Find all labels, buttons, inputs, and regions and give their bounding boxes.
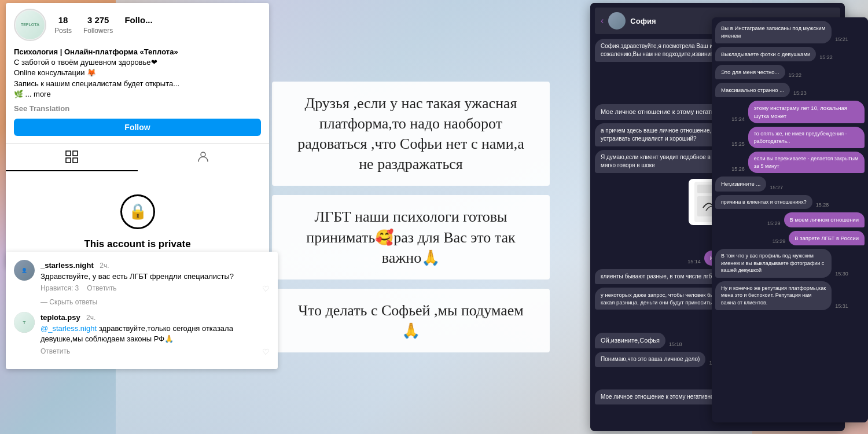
svg-rect-1: [73, 151, 78, 156]
chat-msg-r: 15:29 В запрете ЛГБТ в России: [715, 231, 865, 245]
ig-stat-posts: 18 Posts: [54, 15, 72, 35]
chat-msg-r: 15:25 то опять же, не имея предубеждения…: [715, 127, 865, 148]
chat-msg-r: Выкладываете фотки с девушками 15:22: [715, 47, 865, 61]
chat-msg-r: Максимально странно ... 15:23: [715, 83, 865, 97]
ig-bio: Психология | Онлайн-платформа «Теплота» …: [6, 47, 269, 104]
chat-msg-r: Вы в Инстаграме записаны под мужским име…: [715, 21, 865, 43]
instagram-card: TEPLOTA 18 Posts 3 275 Followers Follo..…: [6, 3, 269, 267]
comment-body-1: _starless.night 2ч. Здравствуйте, у вас …: [41, 260, 270, 293]
comment-actions-2: Ответить ♡: [41, 347, 270, 356]
commenter-avatar-2: T: [14, 312, 35, 333]
comment-card: 👤 _starless.night 2ч. Здравствуйте, у ва…: [6, 252, 278, 369]
grid-icon: [65, 150, 78, 163]
heart-icon[interactable]: ♡: [262, 284, 270, 293]
chat-msg-r: 15:29 В моем личном отношении: [715, 212, 865, 227]
chat-msg-r: причина в клиентах и отношениях? 15:28: [715, 195, 865, 209]
ig-stat-following: Follo...: [124, 15, 152, 35]
heart-icon-2[interactable]: ♡: [262, 347, 270, 356]
right-chat-panel: ‹ София София,здравствуйте,я посмотрела …: [579, 0, 868, 434]
chat-msg-r: Нет,извините ... 15:27: [715, 176, 865, 191]
chat-screenshot-2: Вы в Инстаграме записаны под мужским име…: [712, 17, 868, 422]
chat-msg-r: 15:24 этому инстаграму лет 10, локальная…: [715, 101, 865, 123]
chat-msg-r: Ну и конечно же репутация платформы,как …: [715, 281, 865, 310]
ig-profile-header: TEPLOTA 18 Posts 3 275 Followers Follo..…: [6, 3, 269, 47]
chat-msg-r: 15:26 если вы переживаете - делается зак…: [715, 152, 865, 173]
ig-stat-followers: 3 275 Followers: [83, 15, 113, 35]
back-arrow-icon[interactable]: ‹: [601, 16, 604, 26]
comment-item-2: T teplota.psy 2ч. @_starless.night здрав…: [14, 312, 270, 356]
ig-stats: 18 Posts 3 275 Followers Follo...: [54, 15, 153, 35]
follow-button[interactable]: Follow: [14, 119, 261, 136]
svg-rect-0: [66, 151, 71, 156]
svg-rect-2: [66, 158, 71, 163]
chat-msg-r: В том что у вас профиль под мужским имен…: [715, 249, 865, 278]
person-icon: [197, 150, 209, 163]
chat-name: София: [630, 17, 656, 25]
see-translation-link[interactable]: See Translation: [6, 104, 269, 119]
commenter-avatar-1: 👤: [14, 260, 35, 281]
lock-icon: 🔒: [120, 194, 155, 229]
text-card-3: Что делать с Софьей ,мы подумаем🙏: [272, 289, 550, 352]
ig-tabs: [6, 143, 269, 171]
avatar: TEPLOTA: [14, 9, 46, 41]
tab-grid[interactable]: [6, 144, 138, 171]
svg-point-4: [201, 152, 205, 157]
tab-tagged[interactable]: [138, 144, 270, 171]
comment-body-2: teplota.psy 2ч. @_starless.night здравст…: [41, 312, 270, 356]
hide-replies[interactable]: — Скрыть ответы: [41, 298, 270, 306]
svg-rect-3: [73, 158, 78, 163]
chat-msg-r: Это для меня честно... 15:22: [715, 65, 865, 79]
chat-avatar: [608, 12, 626, 30]
text-card-1: Друзья ,если у нас такая ужасная платфор…: [272, 82, 550, 186]
private-account-text: This account is private: [84, 238, 190, 250]
text-card-2: ЛГБТ наши психологи готовы принимать🥰раз…: [272, 195, 550, 279]
comment-actions-1: Нравится: 3 Ответить ♡: [41, 284, 270, 293]
comment-item-1: 👤 _starless.night 2ч. Здравствуйте, у ва…: [14, 260, 270, 293]
